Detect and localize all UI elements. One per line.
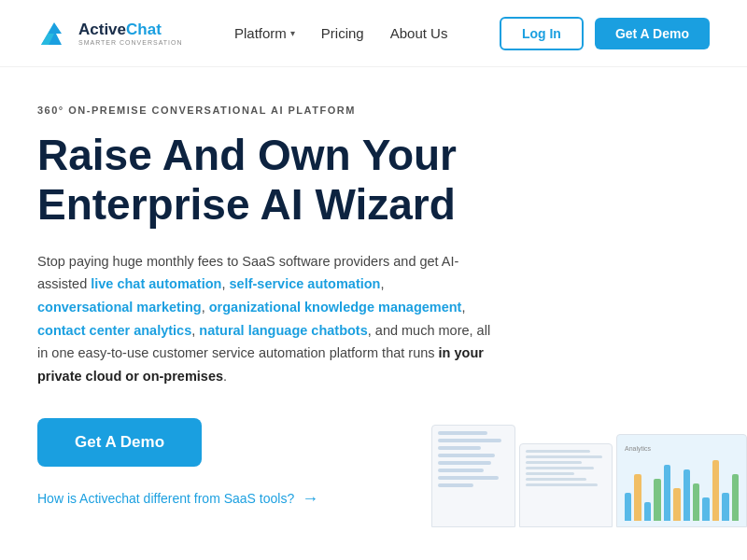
hero-body-end: . — [223, 369, 227, 384]
hero-link6: natural language chatbots — [199, 323, 367, 338]
arrow-icon: → — [302, 489, 318, 509]
bar-11 — [722, 493, 728, 521]
hero-section: 360° ON-PREMISE CONVERSATIONAL AI PLATFO… — [0, 67, 747, 527]
logo-subtitle: SMARTER CONVERSATION — [78, 39, 183, 46]
nav-about[interactable]: About Us — [390, 25, 448, 41]
bar-2 — [634, 474, 641, 521]
screenshot-3: Analytics — [616, 434, 747, 527]
get-demo-hero-button[interactable]: Get A Demo — [37, 418, 202, 467]
bar-12 — [732, 474, 739, 521]
nav-platform[interactable]: Platform ▾ — [234, 25, 295, 41]
hero-link3: conversational marketing — [37, 300, 202, 315]
bar-4 — [654, 479, 660, 521]
nav-links: Platform ▾ Pricing About Us — [234, 25, 447, 41]
hero-link5: contact center analytics — [37, 323, 191, 338]
bar-10 — [712, 460, 719, 521]
chart-label: Analytics — [625, 445, 739, 452]
get-demo-nav-button[interactable]: Get A Demo — [595, 18, 710, 49]
logo[interactable]: ActiveChat SMARTER CONVERSATION — [37, 17, 183, 50]
chevron-down-icon: ▾ — [290, 28, 295, 38]
logo-icon — [37, 17, 71, 50]
bar-3 — [644, 502, 651, 521]
screenshot-2 — [519, 443, 613, 527]
hero-sep1: , — [221, 276, 229, 291]
bar-6 — [673, 488, 680, 521]
nav-pricing[interactable]: Pricing — [321, 25, 364, 41]
nav-actions: Log In Get A Demo — [500, 17, 710, 50]
bar-7 — [684, 469, 690, 521]
hero-eyebrow: 360° ON-PREMISE CONVERSATIONAL AI PLATFO… — [37, 105, 560, 116]
login-button[interactable]: Log In — [500, 17, 584, 50]
logo-active: Active — [78, 21, 126, 39]
bar-1 — [625, 493, 631, 521]
saas-diff-text: How is Activechat different from SaaS to… — [37, 491, 294, 506]
screenshot-1 — [431, 425, 515, 527]
bar-9 — [702, 497, 709, 521]
bar-8 — [693, 483, 699, 521]
hero-link2: self-service automation — [230, 276, 381, 291]
hero-sep2: , — [380, 276, 384, 291]
logo-chat: Chat — [126, 21, 162, 39]
bar-5 — [664, 465, 670, 521]
bar-chart — [625, 455, 739, 521]
hero-body: Stop paying huge monthly fees to SaaS so… — [37, 250, 504, 388]
logo-text: ActiveChat SMARTER CONVERSATION — [78, 21, 183, 46]
hero-link1: live chat automation — [91, 276, 221, 291]
hero-title: Raise And Own Your Enterprise AI Wizard — [37, 131, 560, 230]
screenshot-previews: Analytics — [431, 425, 747, 527]
navbar: ActiveChat SMARTER CONVERSATION Platform… — [0, 0, 747, 67]
hero-link4: organizational knowledge management — [209, 300, 462, 315]
